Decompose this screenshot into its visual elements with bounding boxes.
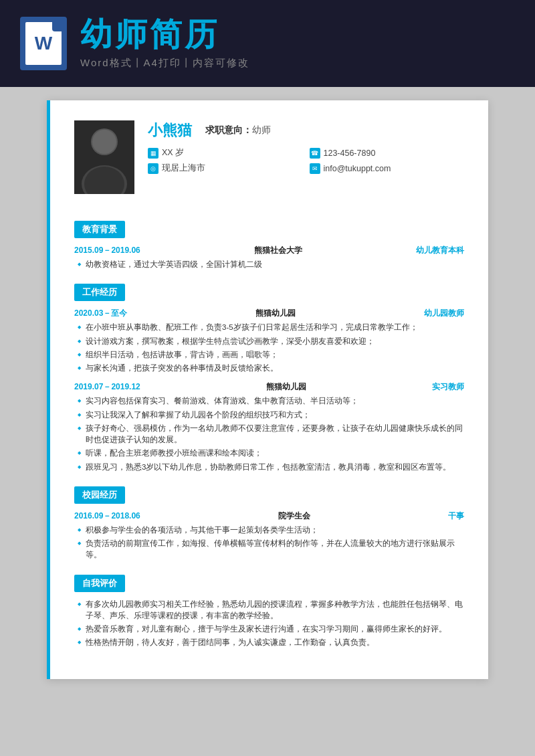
edu-org: 熊猫社会大学 (254, 245, 302, 256)
education-header: 教育背景 (74, 221, 125, 238)
work-1-role: 幼儿园教师 (424, 308, 464, 319)
resume-paper: 小熊猫 求职意向：幼师 ▦ XX 岁 ☎ 123-456-7890 ◎ 现居上海… (47, 100, 488, 679)
calendar-icon: ▦ (148, 148, 158, 159)
header-title-block: 幼师简历 Word格式丨A4打印丨内容可修改 (80, 17, 249, 70)
campus-role: 干事 (448, 510, 464, 522)
campus-bullet-2: 负责活动的前期宣传工作，如海报、传单横幅等宣传材料的制作等，并在人流量较大的地方… (78, 538, 464, 561)
location-value: 现居上海市 (162, 163, 205, 174)
campus-header: 校园经历 (74, 486, 125, 504)
work-2-role: 实习教师 (432, 381, 464, 393)
campus-bullets: 积极参与学生会的各项活动，与其他干事一起策划各类学生活动； 负责活动的前期宣传工… (74, 525, 464, 561)
phone-value: 123-456-7890 (324, 149, 376, 158)
edu-role: 幼儿教育本科 (416, 245, 464, 256)
work-entry-1-header: 2020.03－至今 熊猫幼儿园 幼儿园教师 (74, 308, 464, 319)
work-2-date: 2019.07－2019.12 (74, 381, 140, 393)
location-icon: ◎ (148, 163, 158, 174)
work-1-date: 2020.03－至今 (74, 308, 127, 319)
work-section: 工作经历 2020.03－至今 熊猫幼儿园 幼儿园教师 在小班中班从事助教、配班… (74, 280, 464, 473)
page-header: W 幼师简历 Word格式丨A4打印丨内容可修改 (0, 0, 535, 87)
phone-icon: ☎ (310, 148, 320, 159)
email-value: info@tukuppt.com (324, 164, 391, 173)
age-value: XX 岁 (162, 147, 184, 159)
self-eval-header: 自我评价 (74, 575, 125, 592)
profile-section: 小熊猫 求职意向：幼师 ▦ XX 岁 ☎ 123-456-7890 ◎ 现居上海… (74, 120, 464, 204)
self-eval-section: 自我评价 有多次幼儿园教师实习相关工作经验，熟悉幼儿园的授课流程，掌握多种教学方… (74, 571, 464, 649)
edu-bullets: 幼教资格证，通过大学英语四级，全国计算机二级 (74, 259, 464, 270)
work-2-bullet-2: 实习让我深入了解和掌握了幼儿园各个阶段的组织技巧和方式； (78, 409, 464, 421)
self-eval-bullet-2: 热爱音乐教育，对儿童有耐心，擅于与学生及家长进行沟通，在实习学习期间，赢得师生家… (78, 624, 464, 635)
profile-photo (74, 120, 134, 194)
job-intention-value: 幼师 (252, 124, 271, 135)
work-1-org: 熊猫幼儿园 (255, 308, 296, 319)
campus-bullet-1: 积极参与学生会的各项活动，与其他干事一起策划各类学生活动； (78, 525, 464, 536)
job-intention-label: 求职意向： (205, 124, 252, 135)
email-icon: ✉ (310, 163, 320, 174)
profile-name-row: 小熊猫 求职意向：幼师 (148, 120, 464, 140)
word-icon: W (20, 17, 67, 70)
edu-entry-header: 2015.09－2019.06 熊猫社会大学 幼儿教育本科 (74, 245, 464, 256)
profile-details: ▦ XX 岁 ☎ 123-456-7890 ◎ 现居上海市 ✉ info@tuk… (148, 147, 464, 174)
work-2-bullet-1: 实习内容包括保育实习、餐前游戏、体育游戏、集中教育活动、半日活动等； (78, 395, 464, 407)
work-2-bullet-5: 跟班见习，熟悉3岁以下幼儿作息，协助教师日常工作，包括教室清洁，教具消毒，教室和… (78, 462, 464, 473)
main-title: 幼师简历 (80, 17, 249, 53)
phone-detail: ☎ 123-456-7890 (310, 147, 465, 159)
age-detail: ▦ XX 岁 (148, 147, 303, 159)
work-2-bullets: 实习内容包括保育实习、餐前游戏、体育游戏、集中教育活动、半日活动等； 实习让我深… (74, 395, 464, 473)
campus-entry-header: 2016.09－2018.06 院学生会 干事 (74, 510, 464, 522)
edu-date: 2015.09－2019.06 (74, 245, 140, 256)
email-detail: ✉ info@tukuppt.com (310, 163, 465, 174)
profile-info: 小熊猫 求职意向：幼师 ▦ XX 岁 ☎ 123-456-7890 ◎ 现居上海… (148, 120, 464, 174)
work-1-bullets: 在小班中班从事助教、配班工作，负责3-5岁孩子们日常起居生活和学习，完成日常教学… (74, 322, 464, 374)
work-2-bullet-3: 孩子好奇心、强易模仿，作为一名幼儿教师不仅要注意宣传，还要身教，让孩子在幼儿园健… (78, 423, 464, 446)
location-detail: ◎ 现居上海市 (148, 163, 303, 174)
profile-name: 小熊猫 (148, 120, 192, 140)
work-2-org: 熊猫幼儿园 (266, 381, 306, 393)
work-1-bullet-2: 设计游戏方案，撰写教案，根据学生特点尝试沙画教学，深受小朋友喜爱和欢迎； (78, 336, 464, 347)
self-eval-bullets: 有多次幼儿园教师实习相关工作经验，熟悉幼儿园的授课流程，掌握多种教学方法，也能胜… (74, 599, 464, 649)
edu-bullet-1: 幼教资格证，通过大学英语四级，全国计算机二级 (78, 259, 464, 270)
word-letter: W (35, 34, 52, 53)
work-entry-2-header: 2019.07－2019.12 熊猫幼儿园 实习教师 (74, 381, 464, 393)
work-1-bullet-4: 与家长沟通，把孩子突发的各种事情及时反馈给家长。 (78, 363, 464, 374)
job-intention: 求职意向：幼师 (205, 124, 271, 136)
education-section: 教育背景 2015.09－2019.06 熊猫社会大学 幼儿教育本科 幼教资格证… (74, 217, 464, 270)
svg-point-3 (92, 130, 116, 154)
work-1-bullet-1: 在小班中班从事助教、配班工作，负责3-5岁孩子们日常起居生活和学习，完成日常教学… (78, 322, 464, 333)
campus-date: 2016.09－2018.06 (74, 510, 140, 522)
sub-title: Word格式丨A4打印丨内容可修改 (80, 57, 249, 70)
self-eval-bullet-1: 有多次幼儿园教师实习相关工作经验，熟悉幼儿园的授课流程，掌握多种教学方法，也能胜… (78, 599, 464, 622)
work-2-bullet-4: 听课，配合主班老师教授小班绘画课和绘本阅读； (78, 448, 464, 459)
work-1-bullet-3: 组织半日活动，包括讲故事，背古诗，画画，唱歌等； (78, 349, 464, 361)
work-header: 工作经历 (74, 284, 125, 301)
campus-section: 校园经历 2016.09－2018.06 院学生会 干事 积极参与学生会的各项活… (74, 483, 464, 561)
photo-silhouette (74, 120, 134, 194)
self-eval-bullet-3: 性格热情开朗，待人友好，善于团结同事，为人诚实谦虚，工作勤奋，认真负责。 (78, 637, 464, 648)
campus-org: 院学生会 (278, 510, 310, 522)
